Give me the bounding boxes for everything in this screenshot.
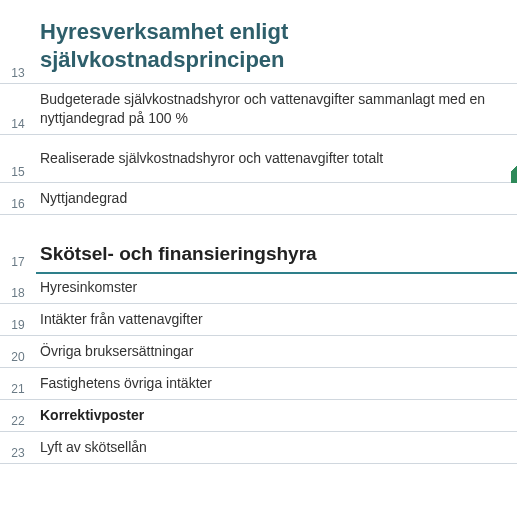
row-18[interactable]: 18 Hyresinkomster bbox=[0, 272, 517, 304]
title-cell[interactable]: Hyresverksamhet enligt självkostnadsprin… bbox=[36, 0, 517, 83]
row-19[interactable]: 19 Intäkter från vattenavgifter bbox=[0, 304, 517, 336]
row-header[interactable]: 19 bbox=[0, 304, 36, 335]
row-header[interactable]: 20 bbox=[0, 336, 36, 367]
row-header[interactable]: 18 bbox=[0, 272, 36, 303]
row-23[interactable]: 23 Lyft av skötsellån bbox=[0, 432, 517, 464]
cell[interactable]: Övriga bruksersättningar bbox=[36, 336, 517, 367]
row-header[interactable]: 13 bbox=[0, 0, 36, 83]
cell[interactable]: Lyft av skötsellån bbox=[36, 432, 517, 463]
row-21[interactable]: 21 Fastighetens övriga intäkter bbox=[0, 368, 517, 400]
row-header[interactable]: 14 bbox=[0, 84, 36, 134]
row-header[interactable]: 15 bbox=[0, 135, 36, 182]
row-header[interactable]: 22 bbox=[0, 400, 36, 431]
row-15[interactable]: 15 Realiserade självkostnadshyror och va… bbox=[0, 135, 517, 183]
row-22[interactable]: 22 Korrektivposter bbox=[0, 400, 517, 432]
cell[interactable]: Realiserade självkostnadshyror och vatte… bbox=[36, 135, 517, 182]
row-header[interactable]: 23 bbox=[0, 432, 36, 463]
row-16[interactable]: 16 Nyttjandegrad bbox=[0, 183, 517, 215]
cell[interactable]: Hyresinkomster bbox=[36, 272, 517, 303]
row-header[interactable]: 21 bbox=[0, 368, 36, 399]
cell[interactable]: Intäkter från vattenavgifter bbox=[36, 304, 517, 335]
row-14[interactable]: 14 Budgeterade självkostnadshyror och va… bbox=[0, 84, 517, 135]
cell[interactable]: Nyttjandegrad bbox=[36, 183, 517, 214]
row-13[interactable]: 13 Hyresverksamhet enligt självkostnadsp… bbox=[0, 0, 517, 84]
cell[interactable]: Fastighetens övriga intäkter bbox=[36, 368, 517, 399]
row-header[interactable]: 17 bbox=[0, 215, 36, 273]
spreadsheet-fragment: 13 Hyresverksamhet enligt självkostnadsp… bbox=[0, 0, 517, 464]
section-header-cell[interactable]: Skötsel- och finansieringshyra bbox=[36, 215, 517, 273]
cell-bold[interactable]: Korrektivposter bbox=[36, 400, 517, 431]
row-17[interactable]: 17 Skötsel- och finansieringshyra bbox=[0, 215, 517, 273]
row-header[interactable]: 16 bbox=[0, 183, 36, 214]
cell[interactable]: Budgeterade självkostnadshyror och vatte… bbox=[36, 84, 517, 134]
row-20[interactable]: 20 Övriga bruksersättningar bbox=[0, 336, 517, 368]
